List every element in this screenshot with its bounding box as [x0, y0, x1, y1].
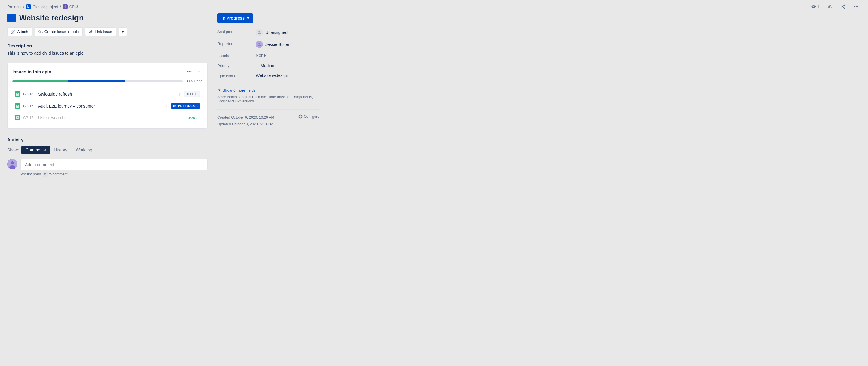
- reporter-value[interactable]: Jessie Spiteri: [256, 41, 319, 48]
- attach-icon: [11, 30, 15, 34]
- breadcrumb-sep1: /: [23, 4, 24, 9]
- configure-label: Configure: [304, 114, 319, 119]
- left-panel: Website redesign Attach Create issue in …: [7, 13, 217, 176]
- svg-rect-7: [41, 32, 42, 33]
- create-issue-label: Create issue in epic: [44, 29, 79, 34]
- issue-type-icon-3: [15, 115, 20, 120]
- link-issue-button[interactable]: Link issue: [85, 27, 116, 36]
- tab-comments[interactable]: Comments: [21, 146, 50, 154]
- divider: [217, 83, 319, 83]
- svg-point-16: [258, 31, 260, 32]
- protip: Pro tip: press M to comment: [21, 172, 208, 176]
- progress-bar-container: 33% Done: [12, 79, 203, 83]
- share-icon: [841, 4, 846, 9]
- breadcrumb-issue[interactable]: CP-3: [69, 4, 78, 9]
- protip-text: Pro tip: press: [21, 172, 42, 176]
- like-button[interactable]: [826, 3, 835, 10]
- status-button[interactable]: In Progress ▾: [217, 13, 253, 23]
- top-actions: 1 •••: [809, 3, 861, 10]
- description-section: Description This is how to add child iss…: [7, 43, 208, 56]
- issue-priority-1: ↑: [178, 91, 181, 97]
- comment-row: [7, 159, 208, 170]
- toolbar: Attach Create issue in epic Link issue ▾: [7, 27, 208, 36]
- svg-point-0: [813, 6, 814, 7]
- configure-button[interactable]: Configure: [298, 114, 319, 119]
- breadcrumb-projects[interactable]: Projects: [7, 4, 21, 9]
- assignee-row: Assignee Unassigned: [217, 29, 319, 36]
- issue-status-3: DONE: [185, 115, 200, 120]
- tab-history[interactable]: History: [50, 146, 72, 154]
- avatar: [7, 159, 18, 169]
- epic-name-label: Epic Name: [217, 73, 253, 78]
- issue-color-block: [7, 14, 16, 22]
- labels-row: Labels None: [217, 53, 319, 58]
- watch-icon: [811, 4, 816, 9]
- assignee-value[interactable]: Unassigned: [256, 29, 319, 36]
- svg-point-2: [844, 8, 845, 9]
- attach-button[interactable]: Attach: [7, 27, 32, 36]
- priority-icon: ↑: [256, 63, 258, 68]
- more-button[interactable]: •••: [852, 3, 861, 10]
- table-row[interactable]: CP-18 Styleguide refresh ↑ TO DO: [12, 88, 203, 100]
- show-more-text: Show 6 more fields: [222, 88, 256, 92]
- reporter-avatar: [256, 41, 263, 48]
- created-label: Created: [217, 115, 231, 120]
- priority-value[interactable]: ↑ Medium: [256, 63, 319, 68]
- chevron-down-icon: ▾: [247, 16, 249, 20]
- link-issue-label: Link issue: [95, 29, 112, 34]
- status-label: In Progress: [221, 16, 245, 21]
- progress-bar-blue: [68, 80, 125, 82]
- description-text: This is how to add child issues to an ep…: [7, 51, 208, 56]
- table-row[interactable]: CP-16 Audit E2E journey – consumer ↑ IN …: [12, 101, 203, 112]
- unassigned-avatar: [256, 29, 263, 36]
- activity-title: Activity: [7, 137, 208, 142]
- create-issue-button[interactable]: Create issue in epic: [34, 27, 83, 36]
- issue-type-icon-2: [15, 103, 20, 109]
- show-label: Show:: [7, 147, 19, 152]
- svg-line-5: [843, 7, 844, 8]
- issue-icon: ⚡: [63, 4, 67, 9]
- progress-bar-track: [12, 80, 183, 82]
- share-button[interactable]: [839, 3, 848, 10]
- created-row: Created October 6, 2020, 10:20 AM: [217, 114, 274, 121]
- breadcrumb-project[interactable]: Classic project: [33, 4, 58, 9]
- gear-icon: [298, 114, 303, 119]
- labels-value[interactable]: None: [256, 53, 319, 58]
- tab-worklog[interactable]: Work log: [71, 146, 96, 154]
- issue-name-1: Styleguide refresh: [38, 92, 175, 96]
- epic-issue-list: CP-18 Styleguide refresh ↑ TO DO CP-16: [12, 88, 203, 123]
- issue-name-2: Audit E2E journey – consumer: [38, 104, 162, 109]
- avatar-image: [7, 159, 18, 169]
- progress-bar-green: [12, 80, 68, 82]
- breadcrumb: Projects / M Classic project / ⚡ CP-3: [7, 4, 78, 9]
- metadata: Created October 6, 2020, 10:20 AM Update…: [217, 114, 274, 128]
- svg-point-17: [258, 43, 260, 45]
- table-row[interactable]: CP-17 User research ↑ DONE: [12, 112, 203, 123]
- epic-name-row: Epic Name Website redesign: [217, 73, 319, 78]
- assignee-text: Unassigned: [265, 30, 287, 35]
- epic-issues-add-button[interactable]: ＋: [195, 68, 203, 76]
- reporter-row: Reporter Jessie Spiteri: [217, 41, 319, 48]
- reporter-label: Reporter: [217, 41, 253, 46]
- show-more-link[interactable]: ▼ Show 6 more fields: [217, 88, 319, 92]
- protip-suffix: to comment: [49, 172, 67, 176]
- svg-rect-6: [39, 31, 40, 32]
- epic-issues-header: Issues in this epic ••• ＋: [12, 68, 203, 76]
- epic-issues-more-button[interactable]: •••: [185, 68, 193, 75]
- progress-label: 33% Done: [186, 79, 203, 83]
- more-icon: •••: [854, 4, 858, 9]
- watch-button[interactable]: 1: [809, 3, 822, 10]
- priority-label: Priority: [217, 63, 253, 68]
- svg-point-18: [300, 116, 301, 117]
- assignee-label: Assignee: [217, 29, 253, 34]
- toolbar-more-dropdown[interactable]: ▾: [119, 27, 127, 36]
- issue-id-3: CP-17: [23, 116, 35, 120]
- metadata-row: Created October 6, 2020, 10:20 AM Update…: [217, 114, 319, 128]
- story-icon: [16, 92, 19, 96]
- comment-input[interactable]: [21, 159, 208, 170]
- issue-title-row: Website redesign: [7, 13, 208, 23]
- main-layout: Website redesign Attach Create issue in …: [0, 13, 420, 184]
- epic-name-value[interactable]: Website redesign: [256, 73, 319, 78]
- updated-label: Updated: [217, 122, 232, 126]
- issue-title: Website redesign: [19, 13, 84, 23]
